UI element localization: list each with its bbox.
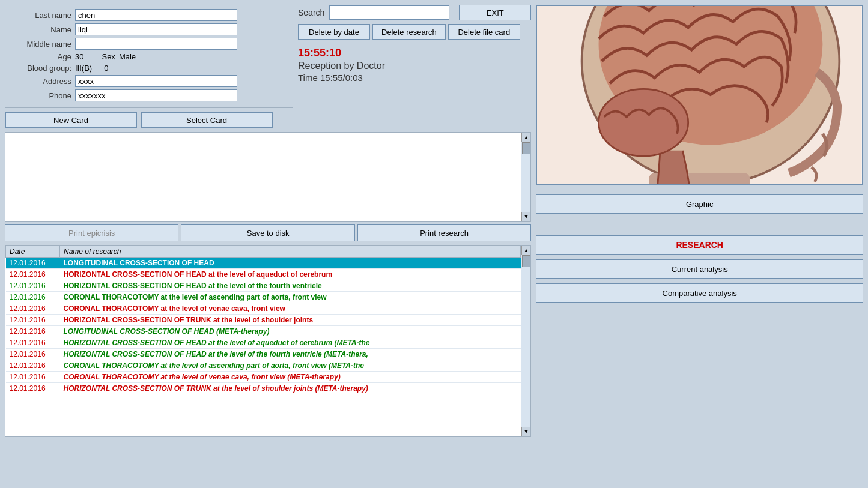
- research-button[interactable]: RESEARCH: [536, 235, 863, 255]
- table-row[interactable]: 12.01.2016LONGITUDINAL CROSS-SECTION OF …: [6, 258, 521, 269]
- search-input[interactable]: [329, 5, 449, 20]
- table-row[interactable]: 12.01.2016HORIZONTAL CROSS-SECTION OF HE…: [6, 349, 521, 360]
- phone-label: Phone: [11, 91, 71, 100]
- table-cell-name: HORIZONTAL CROSS-SECTION OF TRUNK at the…: [60, 315, 521, 326]
- middle-name-input[interactable]: [75, 38, 237, 50]
- col-date-header: Date: [6, 246, 60, 258]
- scroll-thumb[interactable]: [522, 142, 530, 154]
- table-row[interactable]: 12.01.2016HORIZONTAL CROSS-SECTION OF TR…: [6, 383, 521, 394]
- center-info: Search EXIT Delete by date Delete resear…: [298, 5, 531, 85]
- current-time: 15:55:10: [298, 47, 531, 59]
- phone-input[interactable]: [75, 89, 237, 101]
- scroll-track: [521, 142, 530, 212]
- notes-area-wrapper: ▲ ▼: [5, 132, 531, 222]
- table-row[interactable]: 12.01.2016HORIZONTAL CROSS-SECTION OF TR…: [6, 315, 521, 326]
- table-cell-date: 12.01.2016: [6, 280, 60, 292]
- age-value: 30: [75, 52, 83, 61]
- time-slot: Time 15:55/0:03: [298, 73, 531, 83]
- delete-file-card-button[interactable]: Delete file card: [448, 24, 520, 40]
- save-to-disk-button[interactable]: Save to disk: [181, 224, 354, 241]
- blood-group-value: III(B): [75, 64, 92, 73]
- table-scroll-down[interactable]: ▼: [521, 427, 530, 436]
- table-scroll-thumb[interactable]: [522, 255, 530, 267]
- last-name-label: Last name: [11, 11, 71, 20]
- table-cell-date: 12.01.2016: [6, 349, 60, 360]
- table-cell-name: LONGITUDINAL CROSS-SECTION OF HEAD: [60, 258, 521, 269]
- print-epicrisis-button[interactable]: Print epicrisis: [5, 224, 178, 241]
- table-row[interactable]: 12.01.2016CORONAL THORACOTOMY at the lev…: [6, 292, 521, 303]
- table-cell-date: 12.01.2016: [6, 372, 60, 383]
- blood-group-label: Blood group:: [11, 64, 71, 73]
- col-name-header: Name of research: [60, 246, 521, 258]
- table-cell-name: CORONAL THORACOTOMY at the level of asce…: [60, 360, 521, 372]
- table-cell-name: HORIZONTAL CROSS-SECTION OF HEAD at the …: [60, 269, 521, 280]
- table-cell-date: 12.01.2016: [6, 315, 60, 326]
- new-card-button[interactable]: New Card: [5, 112, 137, 128]
- last-name-input[interactable]: [75, 9, 237, 21]
- blood-rh-value: 0: [104, 64, 108, 73]
- sex-label: Sex: [102, 52, 115, 61]
- brain-image-container: [536, 5, 863, 185]
- address-input[interactable]: [75, 75, 237, 87]
- search-label: Search: [298, 8, 324, 17]
- delete-research-button[interactable]: Delete research: [372, 24, 446, 40]
- patient-info-box: Last name Name Middle name Age 30 Sex Ma…: [5, 5, 293, 108]
- table-cell-name: CORONAL THORACOTOMY at the level of vena…: [60, 372, 521, 383]
- name-label: Name: [11, 25, 71, 34]
- table-scrollbar[interactable]: ▲ ▼: [521, 246, 530, 436]
- age-label: Age: [11, 52, 71, 61]
- table-cell-name: LONGITUDINAL CROSS-SECTION OF HEAD (META…: [60, 326, 521, 337]
- reception-text: Reception by Doctor: [298, 61, 531, 71]
- table-cell-name: HORIZONTAL CROSS-SECTION OF HEAD at the …: [60, 349, 521, 360]
- middle-name-label: Middle name: [11, 40, 71, 49]
- brain-svg: [537, 5, 862, 185]
- current-analysis-button[interactable]: Current analysis: [536, 259, 863, 279]
- table-row[interactable]: 12.01.2016HORIZONTAL CROSS-SECTION OF HE…: [6, 337, 521, 349]
- scroll-down-arrow[interactable]: ▼: [521, 212, 530, 221]
- address-label: Address: [11, 77, 71, 86]
- graphic-button[interactable]: Graphic: [536, 194, 863, 214]
- table-cell-date: 12.01.2016: [6, 269, 60, 280]
- table-row[interactable]: 12.01.2016LONGITUDINAL CROSS-SECTION OF …: [6, 326, 521, 337]
- name-input[interactable]: [75, 23, 237, 35]
- table-cell-name: HORIZONTAL CROSS-SECTION OF HEAD at the …: [60, 337, 521, 349]
- svg-point-4: [599, 89, 688, 157]
- print-research-button[interactable]: Print research: [357, 224, 531, 241]
- right-buttons-group: Graphic RESEARCH Current analysis Compar…: [536, 194, 863, 303]
- table-cell-date: 12.01.2016: [6, 303, 60, 315]
- table-cell-date: 12.01.2016: [6, 258, 60, 269]
- table-row[interactable]: 12.01.2016CORONAL THORACOTOMY at the lev…: [6, 360, 521, 372]
- table-row[interactable]: 12.01.2016HORIZONTAL CROSS-SECTION OF HE…: [6, 280, 521, 292]
- notes-textarea[interactable]: [5, 133, 521, 221]
- research-table: Date Name of research 12.01.2016LONGITUD…: [5, 246, 521, 394]
- table-row[interactable]: 12.01.2016HORIZONTAL CROSS-SECTION OF HE…: [6, 269, 521, 280]
- scroll-up-arrow[interactable]: ▲: [521, 133, 530, 142]
- table-cell-date: 12.01.2016: [6, 292, 60, 303]
- table-cell-date: 12.01.2016: [6, 383, 60, 394]
- table-row[interactable]: 12.01.2016CORONAL THORACOTOMY at the lev…: [6, 303, 521, 315]
- table-cell-name: HORIZONTAL CROSS-SECTION OF TRUNK at the…: [60, 383, 521, 394]
- table-cell-name: HORIZONTAL CROSS-SECTION OF HEAD at the …: [60, 280, 521, 292]
- delete-by-date-button[interactable]: Delete by date: [298, 24, 370, 40]
- comparative-analysis-button[interactable]: Comparative analysis: [536, 283, 863, 303]
- table-cell-name: CORONAL THORACOTOMY at the level of asce…: [60, 292, 521, 303]
- sex-value: Male: [119, 52, 136, 61]
- table-scroll-up[interactable]: ▲: [521, 246, 530, 255]
- notes-scrollbar[interactable]: ▲ ▼: [521, 133, 530, 221]
- table-cell-name: CORONAL THORACOTOMY at the level of vena…: [60, 303, 521, 315]
- table-row[interactable]: 12.01.2016CORONAL THORACOTOMY at the lev…: [6, 372, 521, 383]
- exit-button[interactable]: EXIT: [459, 5, 531, 20]
- table-cell-date: 12.01.2016: [6, 360, 60, 372]
- table-cell-date: 12.01.2016: [6, 337, 60, 349]
- select-card-button[interactable]: Select Card: [141, 112, 273, 128]
- table-cell-date: 12.01.2016: [6, 326, 60, 337]
- table-scroll-track: [521, 255, 530, 427]
- research-table-container: Date Name of research 12.01.2016LONGITUD…: [5, 245, 531, 437]
